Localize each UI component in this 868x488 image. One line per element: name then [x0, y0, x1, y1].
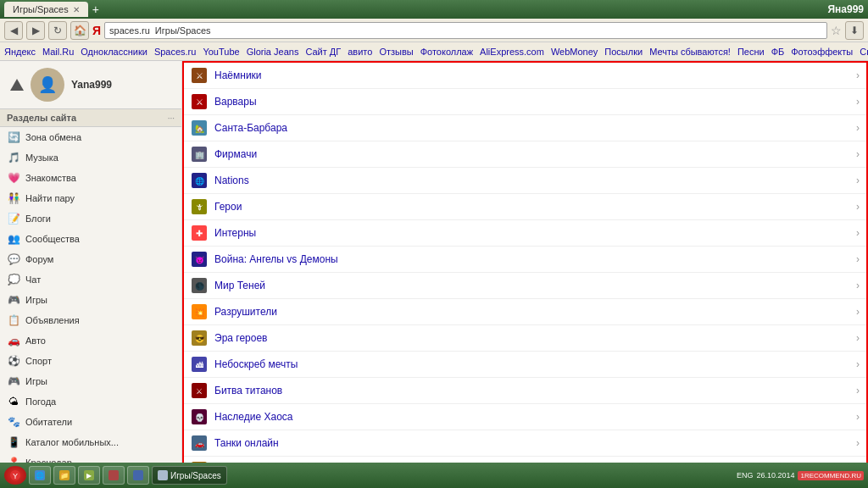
game-interny[interactable]: ✚ Интерны ›	[184, 220, 866, 247]
username: Yana999	[71, 79, 112, 91]
game-era-geroev[interactable]: 😎 Эра героев ›	[184, 325, 866, 352]
chat-icon: 💭	[7, 273, 20, 286]
start-button[interactable]: Y	[4, 466, 26, 485]
bookmark-odnoklassniki[interactable]: Одноклассники	[81, 47, 147, 57]
bookmark-spacesru[interactable]: Spaces.ru	[154, 47, 197, 57]
sidebar-item-krasnodar[interactable]: 📍 Краснодар	[0, 452, 181, 463]
svg-text:🌑: 🌑	[195, 281, 205, 291]
game-varvary[interactable]: ⚔ Варвары ›	[184, 89, 866, 115]
back-button[interactable]: ◀	[4, 21, 23, 40]
game-firmachi[interactable]: 🏢 Фирмачи ›	[184, 141, 866, 168]
download-button[interactable]: ⬇	[845, 21, 864, 40]
bookmark-photoeffects[interactable]: Фотоэффекты	[791, 47, 853, 57]
active-tab[interactable]: Игры/Spaces ✕	[4, 2, 88, 17]
geroi-icon: 🗡	[191, 198, 208, 215]
bookmark-fotokollazh[interactable]: Фотоколлаж	[420, 47, 473, 57]
recommend-badge: 1RECOMMEND.RU	[798, 471, 864, 480]
sidebar-item-soobshchestva[interactable]: 👥 Сообщества	[0, 229, 181, 249]
bookmark-webmoney[interactable]: WebMoney	[551, 47, 598, 57]
bogi-icon: ⚡	[191, 461, 208, 463]
tab-label: Игры/Spaces	[13, 4, 69, 14]
bookmark-mailru[interactable]: Mail.Ru	[42, 47, 74, 57]
arrow-icon: ›	[856, 332, 860, 344]
sidebar-item-katalog[interactable]: 📱 Каталог мобильных...	[0, 432, 181, 452]
bookmark-yandex[interactable]: Яндекс	[4, 47, 36, 57]
sidebar-item-pogoda[interactable]: 🌤 Погода	[0, 391, 181, 412]
sidebar-item-avto[interactable]: 🚗 Авто	[0, 330, 181, 351]
razrushiteli-icon: 💥	[191, 303, 208, 320]
bookmark-mechty[interactable]: Мечты сбываются!	[649, 47, 731, 57]
muzyka-icon: 🎵	[7, 151, 20, 164]
new-tab-button[interactable]: +	[92, 3, 99, 16]
refresh-button[interactable]: ↻	[48, 21, 67, 40]
home-button[interactable]: 🏠	[70, 21, 89, 40]
svg-text:✚: ✚	[196, 229, 203, 238]
svg-text:Y: Y	[13, 472, 18, 480]
page-content: 👤 Yana999 Разделы сайта ··· 🔄 Зона обмен…	[0, 61, 868, 463]
sidebar-item-muzyka[interactable]: 🎵 Музыка	[0, 147, 181, 168]
svg-text:🏙: 🏙	[196, 361, 203, 369]
arrow-icon: ›	[856, 253, 860, 265]
bookmark-aliexpress[interactable]: AliExpress.com	[480, 47, 544, 57]
bookmark-saitdg[interactable]: Сайт ДГ	[305, 47, 341, 57]
sidebar-item-igry2[interactable]: 🎮 Игры	[0, 371, 181, 391]
game-mir-teney[interactable]: 🌑 Мир Теней ›	[184, 273, 866, 299]
sidebar-item-zona[interactable]: 🔄 Зона обмена	[0, 127, 181, 147]
media-icon[interactable]: ▶	[78, 466, 100, 485]
app-icon-2[interactable]	[127, 466, 149, 485]
sidebar-item-sport[interactable]: ⚽ Спорт	[0, 351, 181, 371]
bookmark-star-icon[interactable]: ☆	[831, 24, 842, 37]
game-bogi-voyny[interactable]: ⚡ Боги Войны ›	[184, 457, 866, 463]
game-label: Танки онлайн	[214, 437, 856, 449]
bookmarks-bar: Яндекс Mail.Ru Одноклассники Spaces.ru Y…	[0, 42, 868, 61]
bookmark-gloriajeans[interactable]: Gloria Jeans	[247, 47, 299, 57]
sidebar-item-igry[interactable]: 🎮 Игры	[0, 290, 181, 310]
game-santa-barbara[interactable]: 🏡 Санта-Барбара ›	[184, 115, 866, 141]
arrow-icon: ›	[856, 358, 860, 370]
section-header: Разделы сайта ···	[0, 108, 181, 127]
arrow-icon: ›	[856, 437, 860, 449]
sidebar-item-znakomstva[interactable]: 💗 Знакомства	[0, 168, 181, 188]
game-label: Эра героев	[214, 332, 856, 344]
game-tanki[interactable]: 🚗 Танки онлайн ›	[184, 430, 866, 457]
arrow-icon: ›	[856, 175, 860, 186]
game-geroi[interactable]: 🗡 Герои ›	[184, 194, 866, 220]
bookmark-otzyvy[interactable]: Отзывы	[379, 47, 413, 57]
forward-button[interactable]: ▶	[26, 21, 45, 40]
bookmark-pesni[interactable]: Песни	[737, 47, 765, 57]
user-header: 👤 Yana999	[0, 61, 181, 108]
game-razrushiteli[interactable]: 💥 Разрушители ›	[184, 299, 866, 325]
bookmark-spivak[interactable]: СпивакЪ	[860, 47, 868, 57]
game-nasledie[interactable]: 💀 Наследие Хаоса ›	[184, 404, 866, 430]
svg-text:🏡: 🏡	[195, 124, 205, 134]
active-window-btn[interactable]: Игры/Spaces	[152, 466, 227, 485]
sidebar-item-obitateli[interactable]: 🐾 Обитатели	[0, 412, 181, 432]
sidebar-item-blogi[interactable]: 📝 Блоги	[0, 208, 181, 229]
app-icon-1[interactable]	[103, 466, 125, 485]
bookmark-fb[interactable]: ФБ	[771, 47, 785, 57]
sidebar-item-forum[interactable]: 💬 Форум	[0, 249, 181, 269]
bookmark-posylki[interactable]: Посылки	[604, 47, 643, 57]
game-bitva-titanov[interactable]: ⚔ Битва титанов ›	[184, 378, 866, 404]
game-label: Nations	[214, 175, 856, 186]
sidebar-label: Авто	[25, 336, 46, 346]
sidebar-item-chat[interactable]: 💭 Чат	[0, 269, 181, 290]
game-naemniki[interactable]: ⚔ Наёмники ›	[184, 63, 866, 89]
tab-close-button[interactable]: ✕	[73, 5, 80, 14]
browser-icon[interactable]: 🌐	[29, 466, 51, 485]
address-bar[interactable]	[104, 22, 827, 39]
sidebar-item-obyavleniya[interactable]: 📋 Объявления	[0, 310, 181, 330]
game-neboskreb[interactable]: 🏙 Небоскреб мечты ›	[184, 352, 866, 378]
bookmark-avito[interactable]: авито	[348, 47, 372, 57]
sidebar-item-naiti-paru[interactable]: 👫 Найти пару	[0, 188, 181, 208]
avatar: 👤	[31, 68, 64, 102]
svg-text:⚔: ⚔	[196, 71, 203, 80]
bookmark-youtube[interactable]: YouTube	[203, 47, 239, 57]
game-angels-demons[interactable]: 😈 Война: Ангелы vs Демоны ›	[184, 247, 866, 273]
game-label: Война: Ангелы vs Демоны	[214, 253, 856, 265]
game-nations[interactable]: 🌐 Nations ›	[184, 168, 866, 194]
svg-text:⚔: ⚔	[196, 97, 203, 107]
svg-rect-30	[192, 462, 207, 463]
tray-eng: ENG	[737, 471, 754, 480]
folder-icon[interactable]: 📁	[53, 466, 75, 485]
